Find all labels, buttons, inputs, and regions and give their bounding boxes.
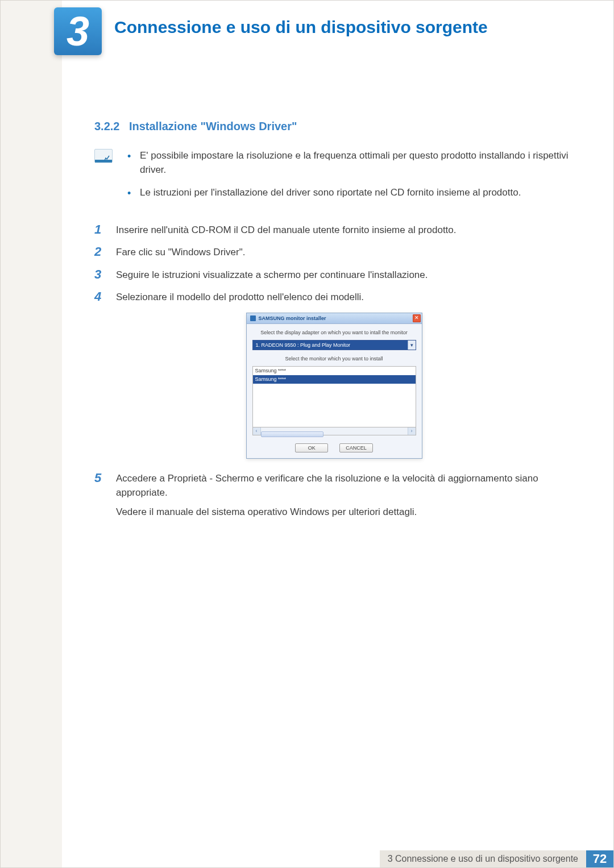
monitor-label: Select the monitor which you want to ins… (252, 356, 416, 362)
list-item[interactable]: Samsung **** (253, 367, 416, 375)
note-text: Le istruzioni per l'installazione del dr… (140, 187, 521, 198)
footer-chapter-label: 3 Connessione e uso di un dispositivo so… (380, 850, 586, 867)
scroll-right-icon[interactable]: › (408, 427, 416, 435)
chapter-badge: 3 (54, 7, 102, 55)
step-main-text: Accedere a Proprietà - Schermo e verific… (116, 473, 538, 499)
app-icon (250, 315, 256, 321)
section-number: 3.2.2 (94, 120, 119, 132)
step-text: Inserire nell'unità CD-ROM il CD del man… (116, 223, 457, 238)
step-item: 2 Fare clic su "Windows Driver". (94, 245, 574, 260)
installer-buttons: OK CANCEL (252, 443, 416, 452)
button-label: OK (308, 445, 316, 451)
list-item-text: Samsung **** (255, 376, 287, 382)
installer-body: Select the display adapter on which you … (247, 324, 422, 458)
note-block: E' possibile impostare la risoluzione e … (94, 149, 574, 209)
step-item: 4 Selezionare il modello del prodotto ne… (94, 290, 574, 305)
step-number: 1 (94, 223, 106, 236)
scroll-thumb[interactable] (261, 431, 323, 437)
chevron-down-icon: ▾ (408, 340, 416, 350)
chapter-title: Connessione e uso di un dispositivo sorg… (114, 18, 488, 37)
page-number: 72 (586, 850, 613, 867)
ok-button[interactable]: OK (295, 443, 328, 452)
steps-list-continued: 5 Accedere a Proprietà - Schermo e verif… (94, 471, 574, 520)
step-number: 3 (94, 268, 106, 281)
step-item: 1 Inserire nell'unità CD-ROM il CD del m… (94, 223, 574, 238)
note-bullets: E' possibile impostare la risoluzione e … (124, 149, 574, 209)
horizontal-scrollbar[interactable]: ‹ › (252, 427, 416, 435)
list-item-text: Samsung **** (255, 368, 287, 373)
step-extra-text: Vedere il manuale del sistema operativo … (116, 505, 574, 520)
section-heading: 3.2.2 Installazione "Windows Driver" (94, 120, 574, 133)
scroll-left-icon[interactable]: ‹ (253, 427, 261, 435)
close-icon[interactable]: ✕ (413, 314, 421, 322)
installer-window: SAMSUNG monitor installer ✕ Select the d… (246, 313, 422, 459)
steps-list: 1 Inserire nell'unità CD-ROM il CD del m… (94, 223, 574, 305)
step-text: Accedere a Proprietà - Schermo e verific… (116, 471, 574, 520)
note-item: Le istruzioni per l'installazione del dr… (124, 186, 574, 200)
step-item: 3 Seguire le istruzioni visualizzate a s… (94, 268, 574, 283)
adapter-selected: 1. RADEON 9550 : Plug and Play Monitor (253, 340, 408, 350)
section-title: Installazione "Windows Driver" (129, 120, 297, 132)
note-text: E' possibile impostare la risoluzione e … (140, 150, 569, 175)
note-item: E' possibile impostare la risoluzione e … (124, 149, 574, 177)
content-area: 3.2.2 Installazione "Windows Driver" E' … (94, 120, 574, 527)
step-number: 4 (94, 290, 106, 304)
adapter-label: Select the display adapter on which you … (252, 330, 416, 335)
left-margin-strip (1, 1, 62, 852)
adapter-dropdown[interactable]: 1. RADEON 9550 : Plug and Play Monitor ▾ (252, 340, 416, 350)
note-icon (94, 149, 113, 163)
step-text: Seguire le istruzioni visualizzate a sch… (116, 268, 428, 283)
step-number: 2 (94, 245, 106, 259)
step-number: 5 (94, 471, 106, 485)
list-item[interactable]: Samsung **** (253, 375, 416, 384)
document-page: 3 Connessione e uso di un dispositivo so… (0, 0, 614, 868)
step-item: 5 Accedere a Proprietà - Schermo e verif… (94, 471, 574, 520)
installer-title: SAMSUNG monitor installer (259, 315, 326, 321)
button-label: CANCEL (346, 445, 367, 451)
step-text: Fare clic su "Windows Driver". (116, 245, 245, 260)
page-footer: 3 Connessione e uso di un dispositivo so… (62, 850, 613, 867)
monitor-listbox[interactable]: Samsung **** Samsung **** (252, 366, 416, 427)
installer-titlebar-left: SAMSUNG monitor installer (250, 315, 326, 321)
step-text: Selezionare il modello del prodotto nell… (116, 290, 364, 305)
installer-titlebar: SAMSUNG monitor installer ✕ (247, 313, 422, 324)
chapter-number: 3 (67, 8, 89, 55)
cancel-button[interactable]: CANCEL (339, 443, 373, 452)
